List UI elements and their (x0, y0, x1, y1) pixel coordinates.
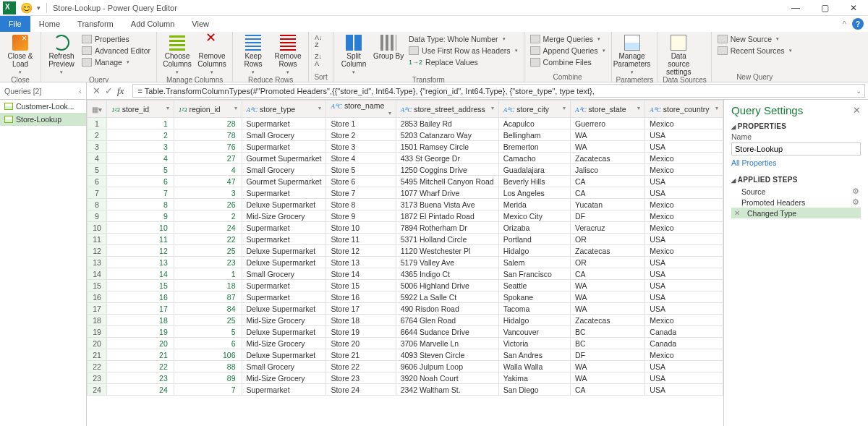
cell[interactable]: Store 1 (326, 118, 396, 129)
cell[interactable]: Deluxe Supermarket (242, 257, 326, 268)
cell[interactable]: USA (645, 384, 723, 396)
cell[interactable]: USA (645, 234, 723, 245)
cell[interactable]: 14 (107, 268, 174, 280)
cell[interactable]: Seattle (498, 280, 570, 291)
cell[interactable]: Store 18 (326, 315, 396, 326)
cell[interactable]: Deluxe Supermarket (242, 349, 326, 361)
queries-collapse-icon[interactable]: ‹ (79, 87, 82, 95)
row-number[interactable]: 23 (88, 372, 107, 384)
table-row[interactable]: 992Mid-Size GroceryStore 91872 El Pintad… (88, 210, 723, 222)
cell[interactable]: Store 5 (326, 164, 396, 176)
cell[interactable]: 6 (174, 338, 242, 349)
cell[interactable]: Store 2 (326, 129, 396, 141)
formula-bar[interactable]: = Table.TransformColumnTypes(#"Promoted … (132, 84, 865, 98)
row-number[interactable]: 16 (88, 291, 107, 303)
applied-step[interactable]: ✕Changed Type (731, 208, 861, 218)
applied-steps-section[interactable]: APPLIED STEPS (731, 176, 861, 184)
cell[interactable]: WA (571, 280, 645, 291)
cell[interactable]: 7 (107, 187, 174, 199)
cell[interactable]: Store 23 (326, 372, 396, 384)
recent-sources-button[interactable]: Recent Sources▾ (716, 45, 793, 56)
cell[interactable]: Small Grocery (242, 268, 326, 280)
minimize-button[interactable]: — (781, 0, 810, 16)
cell[interactable]: Portland (498, 234, 570, 245)
cell[interactable]: 88 (174, 361, 242, 372)
row-number[interactable]: 2 (88, 129, 107, 141)
cell[interactable]: Store 15 (326, 280, 396, 291)
manage-parameters-button[interactable]: Manage Parameters ▾ (616, 33, 648, 76)
cell[interactable]: CA (571, 268, 645, 280)
cell[interactable]: Canada (645, 326, 723, 338)
cell[interactable]: Mid-Size Grocery (242, 372, 326, 384)
cell[interactable]: 22 (174, 234, 242, 245)
cell[interactable]: 11 (107, 234, 174, 245)
cell[interactable]: 1 (107, 118, 174, 129)
cell[interactable]: CA (571, 187, 645, 199)
cell[interactable]: Spokane (498, 291, 570, 303)
cell[interactable]: Bellingham (498, 129, 570, 141)
cell[interactable]: CA (571, 384, 645, 396)
column-dropdown-icon[interactable]: ▾ (166, 105, 169, 111)
column-header[interactable]: 1²3region_id▾ (174, 101, 242, 118)
cell[interactable]: USA (645, 291, 723, 303)
cell[interactable]: Store 9 (326, 210, 396, 222)
table-row[interactable]: 19195Deluxe SupermarketStore 196644 Suda… (88, 326, 723, 338)
close-and-load-button[interactable]: Close & Load ▾ (4, 33, 36, 76)
cell[interactable]: Mexico (645, 222, 723, 234)
query-item[interactable]: Customer-Look... (0, 100, 86, 113)
table-row[interactable]: 1128SupermarketStore 12853 Bailey RdAcap… (88, 118, 723, 129)
cell[interactable]: 4365 Indigo Ct (396, 268, 498, 280)
append-queries-button[interactable]: Append Queries▾ (529, 45, 607, 56)
cell[interactable]: 16 (107, 291, 174, 303)
cell[interactable]: Supermarket (242, 118, 326, 129)
cell[interactable]: 19 (107, 326, 174, 338)
cell[interactable]: Deluxe Supermarket (242, 326, 326, 338)
tab-transform[interactable]: Transform (69, 16, 122, 32)
cell[interactable]: Guadalajara (498, 164, 570, 176)
cell[interactable]: USA (645, 268, 723, 280)
column-header[interactable]: AᴮCstore_name▾ (326, 101, 396, 118)
qat-emoji[interactable]: 😊 (20, 2, 33, 14)
cell[interactable]: 5371 Holland Circle (396, 234, 498, 245)
cell[interactable]: 3 (174, 187, 242, 199)
table-row[interactable]: 151518SupermarketStore 155006 Highland D… (88, 280, 723, 291)
cell[interactable]: Zacatecas (571, 245, 645, 257)
cell[interactable]: Yakima (498, 372, 570, 384)
row-number[interactable]: 24 (88, 384, 107, 396)
cell[interactable]: 3 (107, 141, 174, 153)
settings-close-button[interactable]: ✕ (853, 105, 861, 116)
row-number[interactable]: 17 (88, 303, 107, 315)
all-properties-link[interactable]: All Properties (731, 158, 776, 167)
cell[interactable]: USA (645, 303, 723, 315)
cell[interactable]: Deluxe Supermarket (242, 199, 326, 210)
table-row[interactable]: 181825Mid-Size GroceryStore 186764 Glen … (88, 315, 723, 326)
group-by-button[interactable]: Group By (373, 33, 404, 60)
remove-columns-button[interactable]: Remove Columns ▾ (196, 33, 228, 76)
cell[interactable]: Vancouver (498, 326, 570, 338)
cell[interactable]: 2342 Waltham St. (396, 384, 498, 396)
table-row[interactable]: 222288Small GroceryStore 229606 Julpum L… (88, 361, 723, 372)
cell[interactable]: Supermarket (242, 222, 326, 234)
tab-home[interactable]: Home (30, 16, 69, 32)
cell[interactable]: Canada (645, 338, 723, 349)
data-source-settings-button[interactable]: Data source settings (663, 33, 694, 76)
cell[interactable]: Gourmet Supermarket (242, 176, 326, 187)
cell[interactable]: 2853 Bailey Rd (396, 118, 498, 129)
cell[interactable]: BC (571, 338, 645, 349)
fx-cancel-button[interactable]: ✕ (93, 85, 101, 96)
cell[interactable]: 23 (107, 372, 174, 384)
cell[interactable]: Mid-Size Grocery (242, 210, 326, 222)
cell[interactable]: Small Grocery (242, 164, 326, 176)
cell[interactable]: 84 (174, 303, 242, 315)
applied-step[interactable]: Source⚙ (731, 186, 861, 197)
column-dropdown-icon[interactable]: ▾ (715, 105, 718, 111)
row-number[interactable]: 18 (88, 315, 107, 326)
cell[interactable]: OR (571, 234, 645, 245)
cell[interactable]: WA (571, 372, 645, 384)
cell[interactable]: 20 (107, 338, 174, 349)
cell[interactable]: 10 (107, 222, 174, 234)
cell[interactable]: 433 St George Dr (396, 153, 498, 164)
row-number[interactable]: 11 (88, 234, 107, 245)
grid-corner[interactable]: ▦▾ (88, 101, 107, 118)
cell[interactable]: 6644 Sudance Drive (396, 326, 498, 338)
